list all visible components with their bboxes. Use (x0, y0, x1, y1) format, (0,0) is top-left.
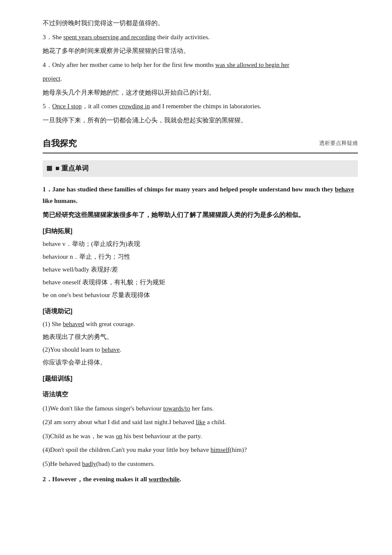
context-1-underline: behaved (63, 321, 84, 327)
context-cn-2-text: 你应该学会举止得体。 (43, 359, 107, 366)
entry-1-title: 1．Jane has studied these families of chi… (43, 184, 358, 207)
vocab-2-text: behaviour n．举止，行为；习性 (43, 253, 130, 260)
bracket-context: [语境助记] (43, 305, 358, 317)
ex-2-suffix: a child. (205, 419, 226, 425)
intro-line-3-en-2: project. (43, 72, 358, 85)
ex-3-suffix: his best behaviour at the party. (122, 433, 202, 439)
context-2-suffix: . (120, 346, 121, 353)
vocab-line-2: behaviour n．举止，行为；习性 (43, 251, 358, 263)
ex-5-suffix: (bad) to the customers. (96, 460, 155, 467)
intro-line-3-underline-1: was she allowed to begin her (215, 61, 289, 68)
ex-4-prefix: (4)Don't spoil the children.Can't you ma… (43, 446, 210, 453)
context-1-suffix: with great courage. (84, 321, 135, 327)
vocab-3-text: behave well/badly 表现好/差 (43, 266, 118, 273)
ex-4-suffix: (him)? (230, 446, 247, 453)
key-words-marker (47, 166, 52, 171)
ex-3-prefix: (3)Child as he was，he was (43, 433, 116, 439)
intro-line-2-cn: 她花了多年的时间来观察并记录黑猩猩的日常活动。 (43, 45, 358, 57)
vocab-5-text: be on one's best behaviour 尽量表现得体 (43, 292, 150, 298)
entry-2-suffix: . (179, 476, 181, 483)
context-2-prefix: (2)You should learn to (43, 346, 101, 353)
vocab-line-5: be on one's best behaviour 尽量表现得体 (43, 289, 358, 301)
self-explore-subtitle: 透析要点释疑难 (319, 138, 358, 148)
key-words-title: ■ 重点单词 (55, 162, 89, 175)
intro-line-4-underline-1: Once I stop (52, 103, 82, 110)
intro-line-3-en-1: 4．Only after her mother came to help her… (43, 59, 358, 71)
intro-line-1: 不过到傍晚时我们觉得这一切都是值得的。 (43, 17, 358, 29)
context-cn-1-text: 她表现出了很大的勇气。 (43, 333, 113, 340)
ex-5-prefix: (5)He behaved (43, 460, 82, 467)
intro-line-4-cn: 一旦我停下来，所有的一切都会涌上心头，我就会想起实验室的黑猩猩。 (43, 114, 358, 127)
intro-line-2-en: 3．She spent years observing and recordin… (43, 31, 358, 43)
bracket-exercise: [题组训练] (43, 373, 358, 384)
entry-2-underline: worthwhile (149, 476, 180, 483)
context-1-prefix: (1) She (43, 321, 63, 327)
entry-2: 2．However，the evening makes it all worth… (43, 473, 358, 486)
bracket-expand: [归纳拓展] (43, 225, 358, 237)
exercise-4: (4)Don't spoil the children.Can't you ma… (43, 444, 358, 456)
intro-line-4-prefix: 5． (43, 103, 52, 110)
context-cn-2: 你应该学会举止得体。 (43, 357, 358, 368)
vocab-line-3: behave well/badly 表现好/差 (43, 264, 358, 275)
self-explore-title: 自我探究 (43, 136, 77, 151)
ex-1-underline: towards/to (163, 405, 190, 412)
context-line-2: (2)You should learn to behave. (43, 344, 358, 356)
exercise-5: (5)He behaved badly(bad) to the customer… (43, 458, 358, 470)
entry-1-en-underline: behave (335, 186, 354, 193)
intro-line-3-prefix: 4．Only after her mother came to help her… (43, 61, 215, 68)
intro-line-3-underline-2: project (43, 75, 61, 82)
intro-line-2-prefix: 3．She (43, 34, 63, 40)
entry-2-number: 2．However，the evening makes it all (43, 476, 149, 483)
ex-5-underline: badly (82, 460, 96, 467)
page-content: 不过到傍晚时我们觉得这一切都是值得的。 3．She spent years ob… (43, 17, 358, 486)
ex-1-prefix: (1)We don't like the famous singer's beh… (43, 405, 163, 412)
context-2-underline: behave (101, 346, 119, 353)
intro-line-3-cn: 她母亲头几个月来帮她的忙，这才使她得以开始自己的计划。 (43, 87, 358, 99)
intro-section: 不过到傍晚时我们觉得这一切都是值得的。 3．She spent years ob… (43, 17, 358, 126)
exercise-title: 语法填空 (43, 388, 358, 400)
ex-3-underline: on (116, 433, 122, 439)
entry-1-cn: 简已经研究这些黑猩猩家族很多年了，她帮助人们了解了黑猩猩跟人类的行为是多么的相似… (43, 209, 358, 221)
key-words-header: ■ 重点单词 (43, 160, 358, 177)
intro-line-4-cn-text: 一旦我停下来，所有的一切都会涌上心头，我就会想起实验室的黑猩猩。 (43, 117, 247, 124)
exercise-1: (1)We don't like the famous singer's beh… (43, 402, 358, 415)
intro-line-3-suffix: . (61, 75, 62, 82)
intro-line-4-underline-2: crowding in (119, 103, 150, 110)
entry-1-en-suffix: like humans. (43, 197, 78, 204)
ex-2-underline: like (196, 419, 206, 425)
intro-line-1-text: 不过到傍晚时我们觉得这一切都是值得的。 (43, 20, 164, 26)
intro-line-2-cn-text: 她花了多年的时间来观察并记录黑猩猩的日常活动。 (43, 47, 190, 54)
exercise-2: (2)I am sorry about what I did and said … (43, 416, 358, 428)
context-line-1: (1) She behaved with great courage. (43, 318, 358, 330)
vocab-1-text: behave v．举动；(举止或行为)表现 (43, 240, 140, 247)
vocab-4-text: behave oneself 表现得体，有礼貌；行为规矩 (43, 279, 165, 286)
ex-1-suffix: her fans. (190, 405, 213, 412)
intro-line-4-en: 5．Once I stop，it all comes crowding in a… (43, 100, 358, 113)
intro-line-4-middle: ，it all comes (82, 103, 119, 110)
entry-1-cn-text: 简已经研究这些黑猩猩家族很多年了，她帮助人们了解了黑猩猩跟人类的行为是多么的相似… (43, 211, 305, 218)
ex-2-prefix: (2)I am sorry about what I did and said … (43, 419, 196, 425)
entry-1: 1．Jane has studied these families of chi… (43, 184, 358, 470)
self-explore-header: 自我探究 透析要点释疑难 (43, 136, 358, 153)
vocab-line-4: behave oneself 表现得体，有礼貌；行为规矩 (43, 277, 358, 288)
context-cn-1: 她表现出了很大的勇气。 (43, 331, 358, 343)
intro-line-2-underline: spent years observing and recording (63, 34, 156, 40)
ex-4-underline: himself (210, 446, 230, 453)
exercise-3: (3)Child as he was，he was on his best be… (43, 430, 358, 442)
entry-1-en-bold: Jane has studied these families of chimp… (52, 186, 335, 193)
vocab-line-1: behave v．举动；(举止或行为)表现 (43, 238, 358, 250)
intro-line-3-cn-text: 她母亲头几个月来帮她的忙，这才使她得以开始自己的计划。 (43, 89, 215, 96)
intro-line-4-suffix: and I remember the chimps in laboratorie… (150, 103, 262, 110)
intro-line-2-suffix: their daily activities. (156, 34, 210, 40)
entry-1-number: 1． (43, 186, 52, 193)
